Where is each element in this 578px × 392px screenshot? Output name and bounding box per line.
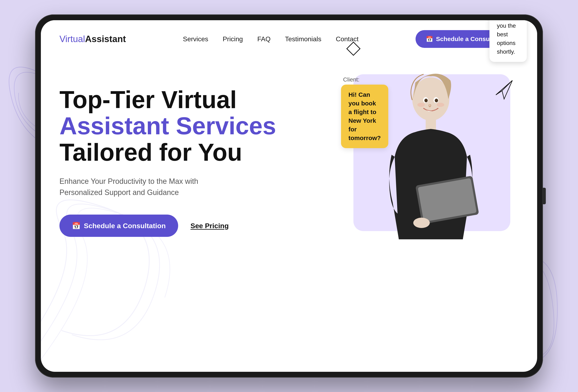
hero-section: Top-Tier Virtual Assistant Services Tail… — [41, 58, 537, 372]
hero-subtitle-line2: Personalized Support and Guidance — [59, 188, 179, 197]
diamond-doodle — [345, 41, 362, 58]
hero-pricing-button[interactable]: See Pricing — [191, 222, 229, 230]
svg-point-9 — [417, 103, 425, 107]
nav-link-services[interactable]: Services — [183, 35, 208, 43]
hero-left-content: Top-Tier Virtual Assistant Services Tail… — [59, 70, 329, 237]
logo-virtual: Virtual — [59, 34, 85, 44]
tablet-side-button — [543, 188, 546, 204]
nav-link-faq[interactable]: FAQ — [257, 35, 271, 43]
svg-point-4 — [413, 218, 430, 228]
hero-schedule-calendar-icon: 📅 — [72, 221, 81, 230]
svg-point-8 — [435, 99, 438, 102]
svg-point-7 — [424, 99, 428, 102]
hero-subtitle-line1: Enhance Your Productivity to the Max wit… — [59, 177, 198, 185]
chat-bubble-va: No problem! I'll send you the best optio… — [489, 20, 527, 62]
hero-title-accent: Assistant Services — [59, 113, 329, 139]
nav-item-services[interactable]: Services — [183, 35, 208, 43]
hero-title-line1: Top-Tier Virtual — [59, 86, 237, 113]
hero-pricing-label: See Pricing — [191, 222, 229, 230]
hero-schedule-label: Schedule a Consultation — [84, 222, 166, 230]
nav-item-testimonials[interactable]: Testimonials — [285, 35, 321, 43]
nav-link-pricing[interactable]: Pricing — [223, 35, 243, 43]
hero-schedule-button[interactable]: 📅 Schedule a Consultation — [59, 215, 178, 237]
hero-title: Top-Tier Virtual Assistant Services Tail… — [59, 87, 329, 166]
nav-link-testimonials[interactable]: Testimonials — [285, 35, 321, 43]
nav-item-faq[interactable]: FAQ — [257, 35, 271, 43]
nav-item-pricing[interactable]: Pricing — [223, 35, 243, 43]
hero-title-line3: Tailored for You — [59, 139, 242, 166]
tablet-device: VirtualAssistant Services Pricing FAQ Te… — [35, 14, 543, 378]
hero-subtitle: Enhance Your Productivity to the Max wit… — [59, 176, 200, 198]
logo-assistant: Assistant — [85, 34, 126, 44]
svg-rect-1 — [426, 118, 436, 130]
chat-bubble-client: Hi! Can you book a flight to New York fo… — [341, 85, 388, 148]
chat-client-label: Client: — [343, 76, 359, 83]
svg-point-10 — [437, 103, 444, 107]
logo[interactable]: VirtualAssistant — [59, 34, 126, 44]
nav-links: Services Pricing FAQ Testimonials Contac… — [183, 35, 359, 43]
hero-buttons: 📅 Schedule a Consultation See Pricing — [59, 215, 329, 237]
navbar: VirtualAssistant Services Pricing FAQ Te… — [41, 20, 537, 58]
nav-cta-calendar-icon: 📅 — [426, 36, 433, 43]
tablet-screen: VirtualAssistant Services Pricing FAQ Te… — [41, 20, 537, 372]
